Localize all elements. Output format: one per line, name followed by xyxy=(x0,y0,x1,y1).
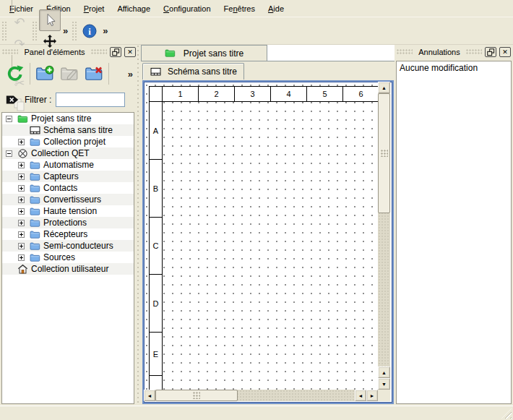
tree-item-label: Contacts xyxy=(43,183,77,193)
tree-item-automatisme[interactable]: Automatisme xyxy=(2,159,134,171)
tree-expander-plus[interactable] xyxy=(18,231,25,238)
dock-texture xyxy=(91,49,107,55)
close-panel-button[interactable]: ✕ xyxy=(124,47,136,57)
tree-item-sources[interactable]: Sources xyxy=(2,252,134,263)
new-category-button[interactable] xyxy=(33,61,57,86)
folder-icon xyxy=(29,240,40,252)
undo-history-item[interactable]: Aucune modification xyxy=(397,61,511,74)
tree-item-convertisseurs[interactable]: Convertisseurs xyxy=(2,194,134,205)
selection-mode-button[interactable] xyxy=(39,9,61,31)
project-folder-icon xyxy=(165,48,176,59)
tree-item-label: Sources xyxy=(43,252,75,262)
folder-icon xyxy=(29,228,40,240)
tree-item-collection-utilisateur[interactable]: Collection utilisateur xyxy=(2,263,134,275)
tree-expander-plus[interactable] xyxy=(18,162,25,168)
filter-input[interactable] xyxy=(56,93,125,107)
horizontal-scroll-thumb[interactable] xyxy=(155,390,238,401)
tree-expander-minus[interactable] xyxy=(6,150,12,157)
schema-icon xyxy=(150,66,161,77)
column-header-5: 5 xyxy=(306,86,343,102)
scroll-right-button[interactable]: ► xyxy=(366,390,378,401)
refresh-icon xyxy=(6,64,25,83)
diagram-view: 123456ABCDE ▲ ▲ ▼ ◄ ◄ ► xyxy=(142,80,394,404)
undo-panel-titlebar[interactable]: Annulations ✕ xyxy=(395,45,513,59)
delete-category-button[interactable] xyxy=(82,61,106,86)
tree-item-sche-ma-sans-titre[interactable]: Schéma sans titre xyxy=(2,124,134,136)
menu-fenetres[interactable]: Fenêtres xyxy=(217,1,262,16)
tree-item-projet-sans-titre[interactable]: Projet sans titre xyxy=(2,113,134,124)
menu-affichage[interactable]: Affichage xyxy=(111,1,157,16)
status-bar xyxy=(0,406,513,420)
tab-schema[interactable]: Schéma sans titre xyxy=(142,63,244,80)
menu-configuration[interactable]: Configuration xyxy=(157,1,217,16)
tree-item-label: Récepteurs xyxy=(43,229,87,239)
diagram-canvas[interactable]: 123456ABCDE xyxy=(146,84,390,400)
tree-item-collection-projet[interactable]: Collection projet xyxy=(2,136,134,147)
tree-expander-plus[interactable] xyxy=(18,185,25,192)
menu-projet[interactable]: Projet xyxy=(77,1,111,16)
tree-expander-plus[interactable] xyxy=(18,197,25,203)
tree-item-haute-tension[interactable]: Haute tension xyxy=(2,205,134,217)
info-toolbar-drag-handle[interactable] xyxy=(72,21,77,41)
tree-item-capteurs[interactable]: Capteurs xyxy=(2,171,134,182)
tools-toolbar-drag-handle[interactable] xyxy=(32,21,38,41)
undo-panel: Annulations ✕ Aucune modification xyxy=(395,45,513,406)
panel-overflow-chevron-icon[interactable]: » xyxy=(126,69,135,80)
toolbar-separator xyxy=(12,0,12,12)
undo-history-list: Aucune modification xyxy=(396,61,512,404)
scroll-left-button[interactable]: ◄ xyxy=(144,390,155,401)
home-icon xyxy=(17,263,28,275)
tree-expander-minus[interactable] xyxy=(6,116,12,122)
close-panel-button[interactable]: ✕ xyxy=(499,47,511,57)
tree-item-collection-qet[interactable]: Collection QET xyxy=(2,147,134,159)
workspace: Projet sans titre Schéma sans titre 1234… xyxy=(141,45,395,406)
tree-expander-plus[interactable] xyxy=(18,208,25,215)
row-header-C: C xyxy=(149,217,163,275)
tree-expander-plus[interactable] xyxy=(18,139,25,145)
clear-filter-icon[interactable] xyxy=(4,92,20,108)
project-properties-button[interactable]: i xyxy=(79,20,100,42)
tree-expander-plus[interactable] xyxy=(18,173,25,180)
tab-project[interactable]: Projet sans titre xyxy=(141,45,267,61)
float-panel-button[interactable] xyxy=(110,47,121,57)
info-toolbar-overflow-chevron-icon[interactable]: » xyxy=(100,25,110,36)
toolbar: ↶↷✂✕↻i » i » xyxy=(0,17,513,45)
elements-panel-titlebar[interactable]: Panel d'éléments ✕ xyxy=(0,45,138,59)
toolbar-separator xyxy=(30,63,30,85)
menu-bar: FichierÉditionProjetAffichageConfigurati… xyxy=(0,0,513,17)
scroll-left-button-2[interactable]: ◄ xyxy=(355,390,366,401)
tree-expander-plus[interactable] xyxy=(18,243,25,249)
schema-icon xyxy=(29,124,40,136)
tree-item-contacts[interactable]: Contacts xyxy=(2,182,134,194)
tree-item-label: Collection projet xyxy=(43,137,105,147)
window-resize-grip[interactable] xyxy=(501,408,512,419)
undo-button[interactable]: ↶ xyxy=(9,12,30,33)
toolbar-drag-handle[interactable] xyxy=(1,21,7,41)
tree-item-label: Protections xyxy=(43,218,87,228)
column-header-2: 2 xyxy=(198,86,235,102)
menu-aide[interactable]: Aide xyxy=(262,1,290,16)
tree-item-protections[interactable]: Protections xyxy=(2,217,134,228)
scroll-up-button-2[interactable]: ▲ xyxy=(378,367,390,378)
toolbar-separator xyxy=(108,63,109,85)
folder-add-icon xyxy=(35,64,54,83)
tree-item-re-cepteurs[interactable]: Récepteurs xyxy=(2,228,134,240)
edit-category-button[interactable] xyxy=(57,61,82,86)
vertical-scroll-thumb[interactable] xyxy=(378,93,390,213)
float-panel-button[interactable] xyxy=(485,47,496,57)
tree-item-semi-conducteurs[interactable]: Semi-conducteurs xyxy=(2,240,134,252)
reload-collections-button[interactable] xyxy=(3,61,27,86)
dock-splitter[interactable] xyxy=(135,45,141,406)
tools-toolbar-overflow-chevron-icon[interactable]: » xyxy=(61,25,70,36)
folder-icon xyxy=(29,252,40,263)
elements-panel: Panel d'éléments ✕ » Filtrer : Projet sa… xyxy=(0,45,138,406)
row-header-D: D xyxy=(149,274,163,333)
dock-texture xyxy=(397,49,413,55)
schema-tab-label: Schéma sans titre xyxy=(168,67,237,77)
tree-expander-plus[interactable] xyxy=(18,220,25,226)
scroll-down-button[interactable]: ▼ xyxy=(378,378,390,390)
folder-icon xyxy=(29,205,40,217)
tree-expander-plus[interactable] xyxy=(18,254,25,261)
qet-logo-icon xyxy=(17,147,28,159)
scroll-up-button[interactable]: ▲ xyxy=(378,82,390,93)
